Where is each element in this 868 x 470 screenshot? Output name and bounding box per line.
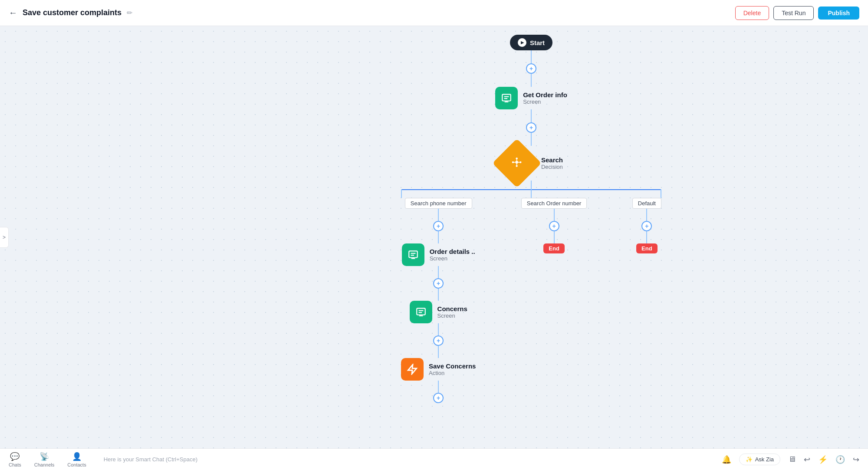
get-order-info-title: Get Order info (523, 91, 567, 99)
nav-channels[interactable]: 📡 Channels (34, 452, 54, 467)
branch-left-line-7 (438, 381, 439, 393)
start-label: Start (530, 39, 545, 46)
branch-left-line-3 (438, 266, 439, 278)
branch-label-default: Default (632, 198, 661, 209)
screen-share-icon[interactable]: 🖥 (788, 455, 796, 464)
get-order-info-node[interactable]: Get Order info Screen (495, 87, 567, 109)
order-details-subtitle: Screen (430, 255, 475, 262)
get-order-info-icon (495, 87, 518, 109)
end-node-right: End (636, 243, 658, 253)
save-concerns-subtitle: Action (429, 370, 476, 376)
svg-marker-24 (408, 365, 417, 374)
svg-point-6 (512, 161, 514, 163)
start-node[interactable]: Start (510, 35, 552, 50)
search-diamond-icon (511, 157, 523, 170)
add-button-branch-left-3[interactable]: + (433, 335, 444, 346)
branch-mid-line-1 (554, 209, 555, 221)
branch-left-line-1 (438, 209, 439, 221)
search-decision-node[interactable]: Search Decision (500, 146, 563, 181)
connector-line-3 (531, 109, 532, 122)
add-button-2[interactable]: + (526, 122, 536, 133)
channels-icon: 📡 (39, 452, 49, 461)
get-order-info-subtitle: Screen (523, 99, 567, 105)
save-concerns-node[interactable]: Save Concerns Action (401, 358, 476, 381)
clock-icon[interactable]: 🕐 (835, 455, 845, 464)
edit-title-icon[interactable]: ✏ (127, 9, 132, 17)
svg-rect-19 (417, 308, 425, 315)
branch-right-line-1 (646, 209, 647, 221)
contacts-icon: 👤 (72, 452, 82, 461)
save-concerns-label: Save Concerns Action (429, 362, 476, 376)
concerns-node[interactable]: Concerns Screen (410, 301, 467, 323)
save-concerns-title: Save Concerns (429, 362, 476, 370)
save-concerns-icon (401, 358, 424, 381)
order-details-title: Order details .. (430, 248, 475, 255)
add-button-branch-mid[interactable]: + (549, 221, 559, 231)
get-order-info-label: Get Order info Screen (523, 91, 567, 105)
branch-middle: Search Order number + End (521, 198, 587, 253)
get-order-info-row: Get Order info Screen (495, 87, 567, 109)
search-decision-row: Search Decision (500, 146, 563, 181)
connector-line-1 (531, 50, 532, 63)
bottom-navigation: 💬 Chats 📡 Channels 👤 Contacts (9, 452, 86, 467)
svg-rect-14 (409, 251, 418, 257)
app-header: ← Save customer complaints ✏ Delete Test… (0, 0, 868, 26)
branch-right: Default + End (632, 198, 661, 253)
branch-connector (401, 181, 661, 198)
svg-point-5 (516, 161, 519, 164)
zia-icon: ✨ (746, 456, 753, 463)
add-button-1[interactable]: + (526, 63, 536, 74)
nav-contacts[interactable]: 👤 Contacts (67, 452, 86, 467)
page-title: Save customer complaints (23, 8, 122, 17)
delete-button[interactable]: Delete (735, 6, 769, 20)
ask-zia-button[interactable]: ✨ Ask Zia (739, 454, 780, 465)
add-button-branch-left-2[interactable]: + (433, 278, 444, 289)
branch-mid-line-2 (554, 231, 555, 243)
sidebar-toggle-button[interactable]: > (0, 227, 9, 248)
speaker-icon[interactable]: 🔔 (722, 455, 731, 464)
flow-canvas: > Start + (0, 26, 868, 448)
refresh-icon[interactable]: ↩ (804, 455, 810, 464)
branch-label-phone: Search phone number (405, 198, 472, 209)
undo-icon[interactable]: ↪ (853, 455, 859, 464)
v-branch-right (661, 189, 661, 198)
add-button-branch-left[interactable]: + (433, 221, 444, 231)
flow-diagram: Start + Ge (379, 26, 683, 403)
connector-line-2 (531, 74, 532, 87)
header-right: Delete Test Run Publish (735, 6, 859, 20)
order-details-icon (402, 243, 424, 266)
svg-rect-0 (502, 94, 511, 101)
add-button-branch-left-4[interactable]: + (433, 393, 444, 403)
branch-left-line-5 (438, 323, 439, 335)
channels-label: Channels (34, 462, 54, 467)
concerns-icon (410, 301, 432, 323)
branch-right-line-2 (646, 231, 647, 243)
add-button-branch-right[interactable]: + (641, 221, 652, 231)
v-branch-mid (531, 189, 532, 198)
end-node-middle: End (543, 243, 565, 253)
order-details-node[interactable]: Order details .. Screen (402, 243, 475, 266)
contacts-label: Contacts (67, 462, 86, 467)
publish-button[interactable]: Publish (818, 7, 859, 20)
order-details-label: Order details .. Screen (430, 248, 475, 262)
svg-point-9 (516, 165, 518, 167)
search-title: Search (541, 156, 563, 164)
branch-left-line-2 (438, 231, 439, 243)
svg-point-7 (519, 161, 521, 163)
back-button[interactable]: ← (9, 8, 17, 18)
nav-chats[interactable]: 💬 Chats (9, 452, 21, 467)
zap-icon[interactable]: ⚡ (818, 455, 828, 464)
ask-zia-label: Ask Zia (755, 456, 774, 463)
smart-chat-input[interactable]: Here is your Smart Chat (Ctrl+Space) (104, 456, 704, 463)
search-subtitle: Decision (541, 164, 563, 170)
play-icon (518, 38, 526, 47)
svg-point-8 (516, 158, 518, 159)
test-run-button[interactable]: Test Run (773, 6, 814, 20)
branch-section: Search phone number + (379, 181, 683, 403)
chats-icon: 💬 (10, 452, 20, 461)
v-branch-left (401, 189, 402, 198)
concerns-label: Concerns Screen (437, 305, 467, 319)
branch-labels-row: Search phone number + (401, 198, 661, 403)
header-left: ← Save customer complaints ✏ (9, 8, 132, 18)
concerns-title: Concerns (437, 305, 467, 312)
